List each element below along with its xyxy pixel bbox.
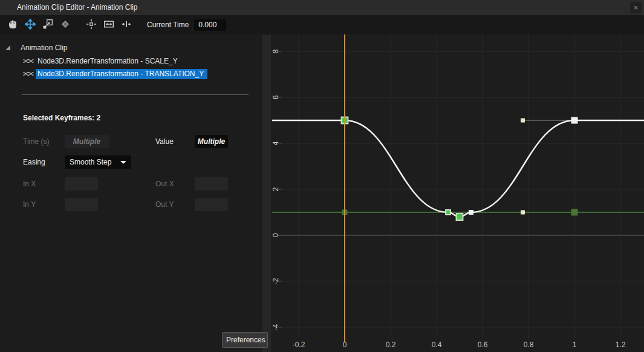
left-panel: Animation Clip Node3D.RenderTransformati… bbox=[0, 34, 262, 352]
curve-editor[interactable]: -0.200.20.40.60.811.286420-2-4 bbox=[271, 34, 644, 352]
divider bbox=[22, 94, 249, 95]
keyframe-marker[interactable] bbox=[446, 210, 450, 215]
spread-keys-icon bbox=[121, 19, 132, 31]
keyframe-marker[interactable] bbox=[571, 117, 578, 124]
fit-width-icon bbox=[103, 19, 114, 31]
tree-item-translation-y[interactable]: Node3D.RenderTransformation - TRANSLATIO… bbox=[23, 68, 207, 79]
y-tick-label: 2 bbox=[272, 180, 280, 198]
selected-keyframes-header: Selected Keyframes: 2 bbox=[23, 114, 100, 122]
titlebar: Animation Clip Editor - Animation Clip × bbox=[0, 0, 644, 15]
window-title: Animation Clip Editor - Animation Clip bbox=[17, 0, 137, 15]
hand-icon bbox=[7, 19, 18, 31]
center-crosshair-icon bbox=[86, 19, 97, 31]
in-x-field[interactable] bbox=[65, 177, 98, 191]
animation-curve-icon bbox=[23, 71, 34, 77]
y-tick-label: 0 bbox=[272, 226, 280, 244]
value-label: Value bbox=[155, 135, 174, 148]
current-time-label: Current Time bbox=[147, 21, 189, 29]
keyframe-marker[interactable] bbox=[457, 213, 463, 220]
time-label: Time (s) bbox=[23, 135, 50, 148]
time-field[interactable]: Multiple bbox=[65, 135, 109, 148]
chevron-down-icon bbox=[120, 161, 126, 164]
selected-keyframes-count: 2 bbox=[96, 114, 100, 122]
tree-item-scale-y[interactable]: Node3D.RenderTransformation - SCALE_Y bbox=[23, 56, 178, 67]
y-tick-label: 8 bbox=[272, 42, 280, 60]
y-tick-label: -4 bbox=[272, 318, 280, 336]
x-tick-label: 0.2 bbox=[386, 341, 396, 349]
x-tick-label: 0 bbox=[343, 341, 347, 349]
x-tick-label: 0.8 bbox=[524, 341, 534, 349]
keyframe-marker[interactable] bbox=[571, 209, 578, 216]
in-x-label: In X bbox=[23, 177, 36, 191]
center-playhead-tool-button[interactable] bbox=[85, 18, 98, 31]
keyframe-marker[interactable] bbox=[469, 210, 473, 215]
move-arrows-icon bbox=[25, 19, 36, 31]
animation-curve[interactable] bbox=[272, 120, 644, 217]
keyframe-tool-button[interactable] bbox=[59, 18, 72, 31]
panel-splitter[interactable] bbox=[262, 34, 271, 352]
y-tick-label: 6 bbox=[272, 88, 280, 106]
tree-root-label: Animation Clip bbox=[21, 44, 67, 52]
selected-keyframes-label: Selected Keyframes: bbox=[23, 114, 94, 122]
x-tick-label: -0.2 bbox=[293, 341, 305, 349]
scale-tool-button[interactable] bbox=[41, 18, 54, 31]
in-y-label: In Y bbox=[23, 198, 36, 211]
out-y-label: Out Y bbox=[155, 198, 174, 211]
preferences-button[interactable]: Preferences bbox=[222, 332, 268, 348]
tree-item-label: Node3D.RenderTransformation - SCALE_Y bbox=[37, 57, 178, 65]
pan-tool-button[interactable] bbox=[6, 18, 19, 31]
x-tick-label: 0.4 bbox=[432, 341, 442, 349]
y-tick-label: 4 bbox=[272, 134, 280, 152]
curve-plot[interactable] bbox=[271, 34, 644, 352]
y-tick-label: -2 bbox=[272, 272, 280, 290]
x-tick-label: 1.2 bbox=[616, 341, 626, 349]
spread-keys-tool-button[interactable] bbox=[120, 18, 133, 31]
animation-curve-icon bbox=[23, 58, 34, 64]
out-x-label: Out X bbox=[155, 177, 174, 191]
easing-label: Easing bbox=[23, 155, 45, 169]
tangent-handle[interactable] bbox=[521, 119, 525, 123]
out-y-field[interactable] bbox=[195, 198, 228, 211]
x-tick-label: 0.6 bbox=[478, 341, 488, 349]
toolbar: Current Time bbox=[0, 15, 644, 34]
tangent-handle[interactable] bbox=[521, 210, 525, 215]
value-field[interactable]: Multiple bbox=[195, 135, 228, 148]
out-x-field[interactable] bbox=[195, 177, 228, 191]
move-tool-button[interactable] bbox=[24, 18, 37, 31]
animation-clip-editor-window: Animation Clip Editor - Animation Clip × bbox=[0, 0, 644, 352]
in-y-field[interactable] bbox=[65, 198, 98, 211]
tree-item-label-selected: Node3D.RenderTransformation - TRANSLATIO… bbox=[36, 69, 207, 79]
x-tick-label: 1 bbox=[573, 341, 577, 349]
current-time-input[interactable] bbox=[194, 19, 226, 31]
expander-triangle-icon[interactable] bbox=[5, 45, 11, 51]
easing-dropdown[interactable]: Smooth Step bbox=[65, 155, 131, 169]
fit-width-tool-button[interactable] bbox=[102, 18, 115, 31]
keyframe-diamond-icon bbox=[60, 19, 71, 31]
easing-value: Smooth Step bbox=[70, 158, 111, 166]
close-icon[interactable]: × bbox=[630, 2, 642, 13]
scale-icon bbox=[42, 19, 53, 31]
tree-node-animation-clip[interactable]: Animation Clip bbox=[5, 42, 67, 53]
